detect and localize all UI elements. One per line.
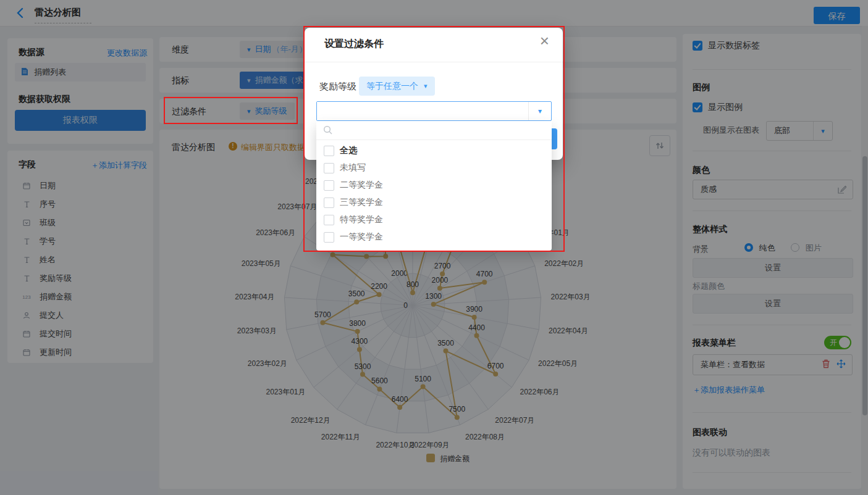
search-icon [323,125,333,137]
modal-field-label: 奖励等级 [319,81,356,93]
option-search-input[interactable] [336,123,542,139]
close-icon[interactable]: × [540,33,549,49]
filter-value-input[interactable] [317,102,528,120]
checkbox-unchecked-icon[interactable] [324,146,334,156]
checkbox-unchecked-icon[interactable] [324,198,334,208]
option-二等奖学金[interactable]: 二等奖学金 [324,177,383,194]
option-label: 未填写 [340,162,366,173]
operator-select[interactable]: 等于任意一个 ▾ [359,77,435,96]
checkbox-unchecked-icon[interactable] [324,163,334,173]
checkbox-unchecked-icon[interactable] [324,232,334,243]
option-全选[interactable]: 全选 [324,142,357,159]
option-未填写[interactable]: 未填写 [324,159,366,177]
modal-title: 设置过滤条件 [324,38,384,51]
option-label: 全选 [340,145,357,156]
checkbox-unchecked-icon[interactable] [324,180,334,191]
filter-value-select[interactable]: ▾ [316,101,552,121]
operator-value: 等于任意一个 [366,81,418,92]
option-label: 二等奖学金 [340,180,383,191]
option-三等奖学金[interactable]: 三等奖学金 [324,194,383,211]
caret-down-icon: ▾ [424,83,428,89]
option-一等奖学金[interactable]: 一等奖学金 [324,228,383,246]
divider [305,62,563,62]
caret-down-icon: ▾ [528,102,551,120]
option-特等奖学金[interactable]: 特等奖学金 [324,211,383,228]
option-label: 三等奖学金 [340,197,383,208]
checkbox-unchecked-icon[interactable] [324,215,334,225]
option-label: 特等奖学金 [340,214,383,225]
option-label: 一等奖学金 [340,231,383,243]
divider [316,139,552,140]
filter-options-dropdown: 全选未填写二等奖学金三等奖学金特等奖学金一等奖学金 [316,121,552,251]
